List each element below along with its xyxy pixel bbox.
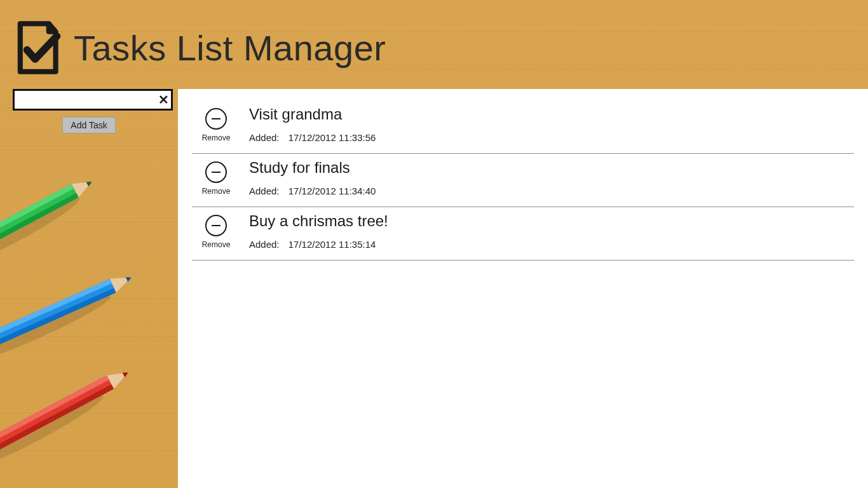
sidebar: ✕ Add Task	[0, 89, 178, 133]
remove-control: Remove	[198, 160, 234, 196]
added-label: Added:	[249, 132, 280, 143]
task-row: Remove Buy a chrismas tree! Added: 17/12…	[192, 207, 854, 261]
remove-label: Remove	[202, 133, 231, 142]
task-title: Study for finals	[249, 159, 854, 177]
minus-icon	[212, 172, 220, 173]
task-title: Buy a chrismas tree!	[249, 212, 854, 230]
app-title: Tasks List Manager	[74, 27, 386, 69]
task-body: Visit grandma Added: 17/12/2012 11:33:56	[249, 107, 854, 143]
remove-label: Remove	[202, 187, 231, 196]
task-row: Remove Visit grandma Added: 17/12/2012 1…	[192, 100, 854, 154]
task-input[interactable]	[13, 89, 173, 111]
added-label: Added:	[249, 186, 280, 196]
app-header: Tasks List Manager	[0, 0, 868, 83]
app-logo-icon	[8, 19, 65, 76]
task-row: Remove Study for finals Added: 17/12/201…	[192, 154, 854, 207]
added-timestamp: 17/12/2012 11:35:14	[288, 239, 376, 250]
remove-button[interactable]	[205, 215, 227, 236]
add-task-button[interactable]: Add Task	[62, 117, 115, 133]
added-timestamp: 17/12/2012 11:33:56	[288, 132, 376, 143]
task-meta: Added: 17/12/2012 11:34:40	[249, 186, 854, 196]
remove-button[interactable]	[205, 161, 227, 183]
remove-control: Remove	[198, 214, 234, 249]
minus-icon	[212, 118, 220, 120]
task-body: Buy a chrismas tree! Added: 17/12/2012 1…	[249, 214, 854, 250]
task-input-wrap: ✕	[13, 89, 173, 111]
task-meta: Added: 17/12/2012 11:35:14	[249, 239, 854, 250]
clear-input-icon[interactable]: ✕	[158, 92, 169, 107]
remove-control: Remove	[198, 107, 234, 142]
added-timestamp: 17/12/2012 11:34:40	[288, 186, 376, 196]
task-list-panel: Remove Visit grandma Added: 17/12/2012 1…	[178, 89, 868, 488]
remove-button[interactable]	[205, 108, 227, 130]
task-meta: Added: 17/12/2012 11:33:56	[249, 132, 854, 143]
task-title: Visit grandma	[249, 105, 854, 123]
task-body: Study for finals Added: 17/12/2012 11:34…	[249, 160, 854, 196]
remove-label: Remove	[202, 240, 231, 249]
added-label: Added:	[249, 239, 280, 250]
minus-icon	[212, 225, 220, 227]
